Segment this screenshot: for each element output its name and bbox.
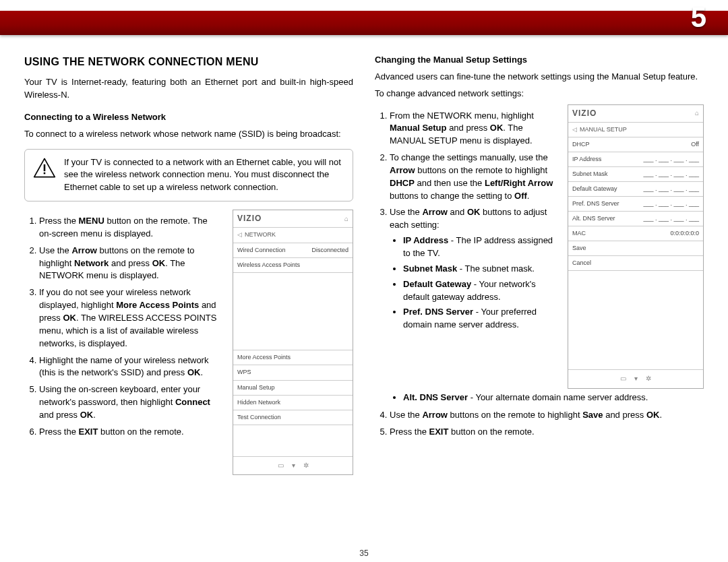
- manual-steps-part1: From the NETWORK menu, highlight Manual …: [375, 110, 557, 332]
- back-icon: ◁: [237, 231, 242, 238]
- manual-steps-part2: Use the Arrow buttons on the remote to h…: [375, 409, 704, 439]
- page-number: 35: [0, 549, 728, 558]
- menu2-mac-label: MAC: [572, 229, 586, 238]
- intro-text: Your TV is Internet-ready, featuring bot…: [24, 76, 353, 102]
- home-icon: ⌂: [344, 214, 348, 224]
- chapter-number: 5: [691, 0, 706, 35]
- menu2-altdns-label: Alt. DNS Server: [572, 214, 615, 223]
- menu2-brand: VIZIO: [572, 108, 597, 119]
- menu1-wps: WPS: [237, 368, 251, 377]
- back-icon: ◁: [572, 126, 577, 133]
- warning-text: If your TV is connected to a network wit…: [64, 156, 344, 195]
- bullet-subnet: Subnet Mask - The subnet mask.: [403, 263, 557, 276]
- manual-intro2: To change advanced network settings:: [375, 88, 704, 100]
- mstep-1: From the NETWORK menu, highlight Manual …: [390, 110, 557, 148]
- right-column: Changing the Manual Setup Settings Advan…: [375, 54, 704, 549]
- bullet-ip: IP Address - The IP address assigned to …: [403, 235, 557, 260]
- menu1-footbar: ▭▾✲: [233, 457, 353, 475]
- content-columns: USING THE NETWORK CONNECTION MENU Your T…: [24, 54, 704, 549]
- mstep-2: To change the settings manually, use the…: [390, 152, 557, 202]
- step-3: If you do not see your wireless network …: [39, 286, 222, 350]
- menu2-dhcp-label: DHCP: [572, 140, 590, 149]
- menu1-test: Test Connection: [237, 413, 281, 422]
- menu1-wired-value: Disconnected: [311, 246, 348, 255]
- gear-icon: ✲: [303, 461, 309, 471]
- menu2-ip-value: ___ . ___ . ___ . ___: [643, 155, 699, 164]
- menu1-more-ap: More Access Points: [237, 353, 291, 362]
- svg-rect-0: [44, 164, 46, 170]
- bullet-altdns: Alt. DNS Server - Your alternate domain …: [403, 392, 704, 404]
- chevron-down-icon: ▾: [292, 461, 295, 471]
- menu1-hidden: Hidden Network: [237, 398, 280, 407]
- menu1-brand: VIZIO: [237, 213, 262, 224]
- bullet-prefdns: Pref. DNS Server - Your preferred domain…: [403, 306, 557, 332]
- wide-icon: ▭: [620, 374, 626, 384]
- home-icon: ⌂: [695, 108, 699, 119]
- warning-icon: [33, 156, 56, 183]
- wireless-intro: To connect to a wireless network whose n…: [24, 128, 353, 141]
- menu1-crumb: NETWORK: [245, 231, 276, 238]
- menu2-save: Save: [572, 244, 586, 253]
- manual-intro1: Advanced users can fine-tune the network…: [375, 71, 704, 84]
- step-2: Use the Arrow buttons on the remote to h…: [39, 245, 222, 283]
- mstep-5: Press the EXIT button on the remote.: [390, 426, 704, 439]
- bullet-gateway: Default Gateway - Your network's default…: [403, 278, 557, 304]
- menu2-mac-value: 0:0:0:0:0:0: [670, 229, 699, 238]
- subheading-manual: Changing the Manual Setup Settings: [375, 54, 704, 67]
- menu2-gateway-value: ___ . ___ . ___ . ___: [643, 185, 699, 193]
- subheading-wireless: Connecting to a Wireless Network: [24, 111, 353, 124]
- menu1-manual: Manual Setup: [237, 383, 275, 392]
- menu2-ip-label: IP Address: [572, 155, 601, 164]
- menu2-footbar: ▭▾✲: [568, 370, 703, 388]
- mstep-4: Use the Arrow buttons on the remote to h…: [390, 409, 704, 422]
- menu2-gateway-label: Default Gateway: [572, 185, 617, 193]
- mstep-3: Use the Arrow and OK buttons to adjust e…: [390, 206, 557, 332]
- section-heading: USING THE NETWORK CONNECTION MENU: [24, 54, 353, 69]
- menu1-wired-label: Wired Connection: [237, 246, 286, 255]
- menu2-prefdns-label: Pref. DNS Server: [572, 199, 619, 208]
- header-band: [0, 11, 728, 35]
- menu1-wap: Wireless Access Points: [237, 261, 300, 270]
- gear-icon: ✲: [646, 374, 651, 384]
- menu2-crumb: MANUAL SETUP: [580, 126, 627, 133]
- left-column: USING THE NETWORK CONNECTION MENU Your T…: [24, 54, 353, 549]
- menu2-cancel: Cancel: [572, 259, 591, 268]
- manual-page: 5 USING THE NETWORK CONNECTION MENU Your…: [0, 0, 728, 562]
- step-4: Highlight the name of your wireless netw…: [39, 354, 222, 380]
- step-6: Press the EXIT button on the remote.: [39, 426, 222, 439]
- warning-box: If your TV is connected to a network wit…: [24, 149, 353, 202]
- menu2-altdns-value: ___ . ___ . ___ . ___: [643, 214, 699, 223]
- menu2-subnet-value: ___ . ___ . ___ . ___: [643, 170, 699, 179]
- menu2-subnet-label: Subnet Mask: [572, 170, 608, 179]
- menu2-dhcp-value: Off: [691, 140, 699, 149]
- wireless-steps: Press the MENU button on the remote. The…: [24, 215, 222, 439]
- wide-icon: ▭: [278, 461, 284, 471]
- manual-setup-menu-illustration: VIZIO⌂ ◁MANUAL SETUP DHCPOff IP Address_…: [568, 104, 704, 389]
- step-5: Using the on-screen keyboard, enter your…: [39, 383, 222, 422]
- chevron-down-icon: ▾: [634, 374, 638, 384]
- step-1: Press the MENU button on the remote. The…: [39, 215, 222, 241]
- svg-rect-1: [44, 172, 46, 174]
- network-menu-illustration: VIZIO⌂ ◁NETWORK Wired ConnectionDisconne…: [233, 210, 353, 475]
- menu2-prefdns-value: ___ . ___ . ___ . ___: [643, 199, 699, 208]
